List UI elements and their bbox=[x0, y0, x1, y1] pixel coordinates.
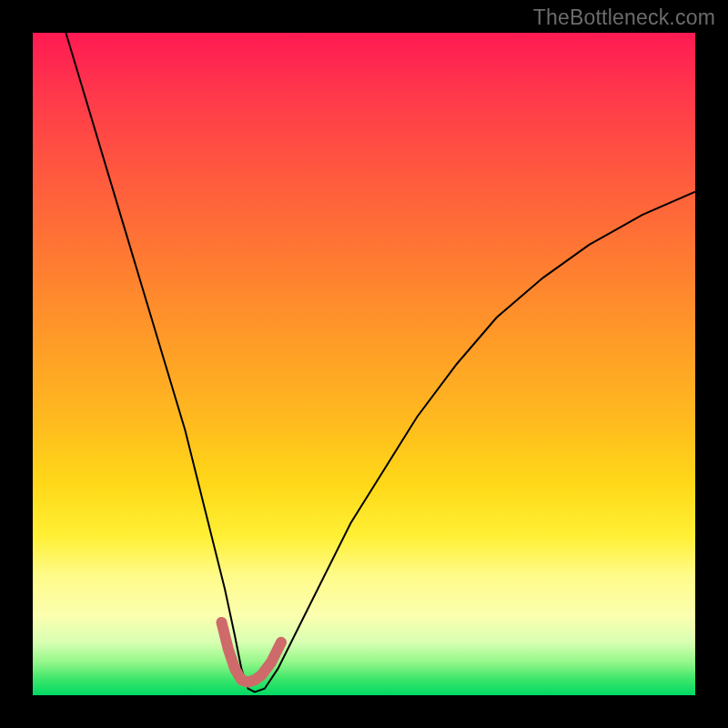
curve-layer bbox=[33, 33, 695, 695]
plot-area bbox=[33, 33, 695, 695]
watermark-text: TheBottleneck.com bbox=[533, 5, 715, 30]
series-sweet-spot-marker bbox=[221, 622, 281, 682]
chart-frame: TheBottleneck.com bbox=[0, 0, 728, 728]
series-bottleneck-curve bbox=[66, 33, 695, 692]
